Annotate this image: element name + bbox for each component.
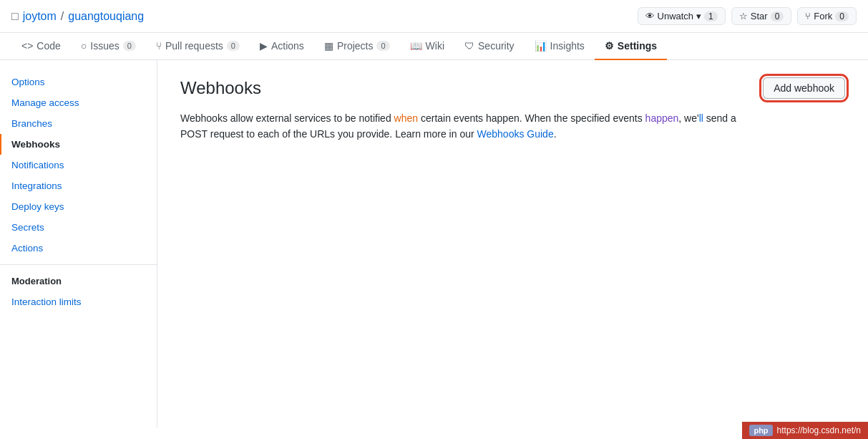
repo-nav: <> Code ○ Issues 0 ⑂ Pull requests 0 ▶ A… bbox=[0, 33, 868, 60]
projects-badge: 0 bbox=[376, 41, 389, 51]
tab-issues[interactable]: ○ Issues 0 bbox=[71, 33, 146, 60]
desc-happen: happen bbox=[645, 112, 679, 124]
fork-icon: ⑂ bbox=[805, 11, 811, 21]
desc-pre: Webhooks allow external services to be n… bbox=[180, 112, 394, 124]
tab-settings[interactable]: ⚙ Settings bbox=[595, 33, 667, 60]
sidebar-item-notifications[interactable]: Notifications bbox=[0, 155, 157, 175]
sidebar-item-manage-access[interactable]: Manage access bbox=[0, 92, 157, 113]
unwatch-label: Unwatch bbox=[658, 11, 694, 21]
tab-wiki[interactable]: 📖 Wiki bbox=[400, 33, 454, 60]
unwatch-count: 1 bbox=[704, 11, 718, 21]
sidebar-item-branches[interactable]: Branches bbox=[0, 113, 157, 134]
top-bar: □ joytom / guangtouqiang 👁 Unwatch ▾ 1 ☆… bbox=[0, 0, 868, 33]
eye-icon: 👁 bbox=[645, 11, 655, 21]
star-label: Star bbox=[751, 11, 768, 21]
wiki-icon: 📖 bbox=[410, 40, 422, 52]
main-content: Webhooks Add webhook Webhooks allow exte… bbox=[157, 60, 868, 428]
issues-icon: ○ bbox=[81, 40, 87, 52]
tab-code[interactable]: <> Code bbox=[11, 33, 71, 60]
desc-mid2: the specified events bbox=[551, 112, 645, 124]
org-link[interactable]: joytom bbox=[23, 10, 57, 23]
pr-icon: ⑂ bbox=[156, 40, 162, 52]
actions-icon: ▶ bbox=[260, 40, 268, 52]
sidebar-item-options[interactable]: Options bbox=[0, 72, 157, 92]
main-layout: Options Manage access Branches Webhooks … bbox=[0, 60, 868, 428]
unwatch-button[interactable]: 👁 Unwatch ▾ 1 bbox=[638, 7, 726, 25]
php-badge: php bbox=[749, 425, 772, 428]
fork-label: Fork bbox=[814, 11, 832, 21]
add-webhook-button[interactable]: Add webhook bbox=[763, 77, 845, 99]
sidebar-item-secrets[interactable]: Secrets bbox=[0, 217, 157, 238]
sidebar-main-section: Options Manage access Branches Webhooks … bbox=[0, 72, 157, 259]
desc-dot: . bbox=[554, 128, 557, 140]
tab-projects[interactable]: ▦ Projects 0 bbox=[314, 33, 400, 60]
projects-icon: ▦ bbox=[324, 40, 333, 52]
repo-link[interactable]: guangtouqiang bbox=[68, 10, 144, 23]
sidebar-item-interaction-limits[interactable]: Interaction limits bbox=[0, 291, 157, 312]
desc-post1: , we' bbox=[678, 112, 698, 124]
code-icon: <> bbox=[21, 40, 33, 52]
repo-title: □ joytom / guangtouqiang bbox=[11, 10, 144, 23]
tab-security[interactable]: 🛡 Security bbox=[454, 33, 525, 60]
sidebar-moderation-section: Moderation Interaction limits bbox=[0, 271, 157, 312]
star-button[interactable]: ☆ Star 0 bbox=[731, 7, 792, 25]
tab-pull-requests[interactable]: ⑂ Pull requests 0 bbox=[146, 33, 250, 60]
tab-insights[interactable]: 📊 Insights bbox=[525, 33, 595, 60]
sidebar-divider bbox=[0, 264, 157, 265]
star-count: 0 bbox=[771, 11, 784, 21]
separator: / bbox=[61, 10, 64, 23]
dropdown-icon: ▾ bbox=[696, 11, 701, 21]
repo-icon: □ bbox=[11, 10, 19, 23]
sidebar-item-integrations[interactable]: Integrations bbox=[0, 175, 157, 196]
sidebar-item-webhooks[interactable]: Webhooks bbox=[0, 134, 157, 155]
sidebar-item-actions[interactable]: Actions bbox=[0, 238, 157, 259]
issues-badge: 0 bbox=[123, 41, 136, 51]
footer-url: https://blog.csdn.net/n bbox=[777, 425, 861, 428]
insights-icon: 📊 bbox=[535, 40, 547, 52]
desc-mid1: certain events happen. bbox=[418, 112, 525, 124]
tab-actions[interactable]: ▶ Actions bbox=[250, 33, 314, 60]
desc-when2: When bbox=[525, 112, 551, 124]
content-header: Webhooks Add webhook bbox=[180, 77, 845, 99]
settings-icon: ⚙ bbox=[605, 40, 614, 52]
webhooks-guide-link[interactable]: Webhooks Guide bbox=[477, 128, 554, 140]
sidebar-moderation-title: Moderation bbox=[0, 271, 157, 291]
footer-bar: php https://blog.csdn.net/n bbox=[742, 422, 868, 428]
star-icon: ☆ bbox=[739, 11, 748, 21]
page-title: Webhooks bbox=[180, 78, 261, 98]
fork-count: 0 bbox=[835, 11, 849, 21]
desc-when: when bbox=[394, 112, 418, 124]
webhooks-description: Webhooks allow external services to be n… bbox=[180, 110, 753, 143]
security-icon: 🛡 bbox=[464, 40, 474, 52]
fork-button[interactable]: ⑂ Fork 0 bbox=[797, 7, 857, 25]
sidebar-item-deploy-keys[interactable]: Deploy keys bbox=[0, 196, 157, 217]
sidebar: Options Manage access Branches Webhooks … bbox=[0, 60, 157, 428]
pr-badge: 0 bbox=[227, 41, 240, 51]
repo-actions: 👁 Unwatch ▾ 1 ☆ Star 0 ⑂ Fork 0 bbox=[638, 7, 857, 25]
